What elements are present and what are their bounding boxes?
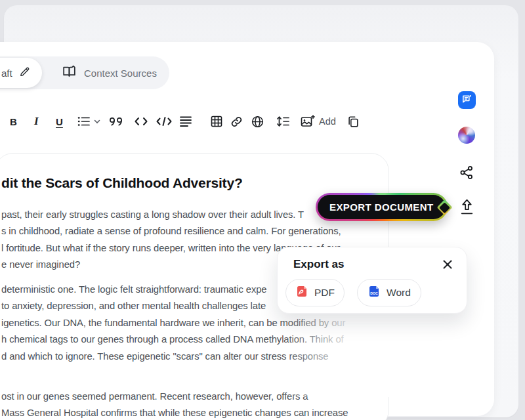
copy-icon [346,115,360,129]
doc-line: to anxiety, depression, and other mental… [1,301,266,311]
doc-line: ost in our genes seemed permanent. Recen… [1,391,308,402]
doc-line: past, their early struggles casting a lo… [1,209,304,220]
tooltip-label: EXPORT DOCUMENT [329,201,434,213]
document-heading[interactable]: dit the Scars of Childhood Adversity? [1,175,243,191]
copy-button[interactable] [346,113,360,130]
share-icon [459,171,474,182]
add-label: Add [319,116,336,127]
app-window: dit the Scars of Childhood Adversity? pa… [0,0,525,420]
word-label: Word [387,287,411,299]
export-document-tooltip: EXPORT DOCUMENT [316,193,448,221]
chat-icon [461,93,472,107]
bold-icon: B [10,116,17,127]
code-block-icon [156,116,173,127]
globe-button[interactable] [251,113,264,130]
code-block-button[interactable] [156,113,173,130]
tab-draft[interactable]: aft [0,58,42,88]
inline-code-icon [133,116,149,127]
insert-image-button[interactable]: Add [300,113,336,130]
bullet-list-icon [77,115,91,128]
doc-line: Mass General Hospital confirms that whil… [1,408,348,418]
blockquote-icon [108,115,125,128]
doc-line: e never imagined? [1,259,80,270]
chat-button[interactable] [458,91,476,109]
link-button[interactable] [230,113,243,130]
table-button[interactable] [210,113,223,130]
align-button[interactable] [178,113,193,130]
line-spacing-button[interactable] [276,113,291,130]
word-file-icon: DOC [368,285,381,301]
pdf-file-icon [295,285,308,301]
bullet-list-button[interactable] [77,113,101,130]
export-icon [459,207,475,219]
context-sources-label: Context Sources [84,68,157,79]
doc-line: s in childhood, radiate a sense of profo… [1,226,341,236]
close-icon [442,261,453,272]
export-document-button[interactable] [459,198,475,219]
line-spacing-icon [276,115,291,128]
image-add-icon [300,114,315,129]
doc-line: d and which to ignore. These epigenetic … [1,351,329,362]
share-button[interactable] [459,165,474,183]
export-pdf-button[interactable]: PDF [285,279,345,306]
ai-assistant-icon[interactable] [458,127,475,144]
svg-text:DOC: DOC [370,291,378,295]
globe-icon [251,115,264,129]
chevron-down-icon [93,117,101,125]
italic-button[interactable]: I [34,113,39,130]
tab-draft-label: aft [1,68,12,79]
doc-line: deterministic one. The logic felt straig… [1,284,266,295]
formatting-toolbar: B I U [0,113,394,130]
popup-title: Export as [293,258,344,271]
italic-icon: I [34,115,39,128]
align-icon [178,115,193,128]
export-popup: Export as PDF [277,247,467,314]
underline-icon: U [56,116,63,127]
link-icon [230,115,243,129]
close-button[interactable] [442,259,453,270]
inline-code-button[interactable] [133,113,149,130]
bold-button[interactable]: B [10,113,17,130]
table-icon [210,115,223,128]
context-sources-button[interactable]: Context Sources [61,64,157,82]
export-word-button[interactable]: DOC Word [357,279,421,306]
pdf-label: PDF [314,287,335,299]
book-open-icon [61,64,77,82]
underline-button[interactable]: U [56,113,63,130]
blockquote-button[interactable] [108,113,125,130]
pencil-icon [18,66,31,80]
